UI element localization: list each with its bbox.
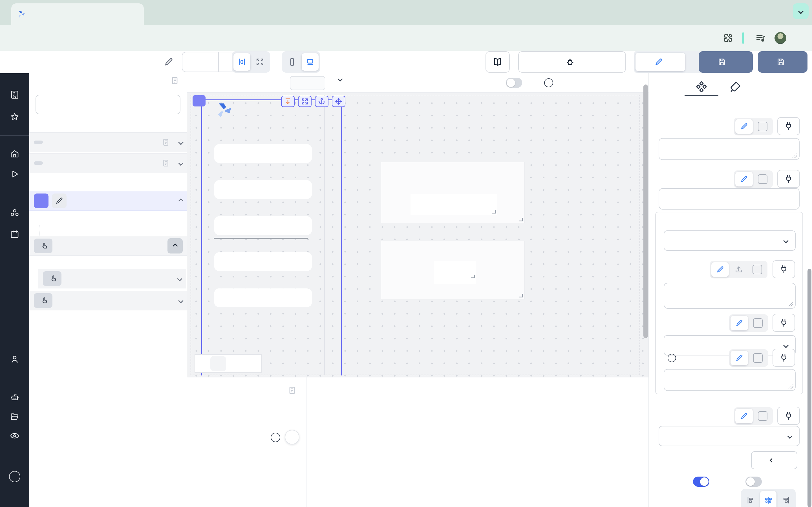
static-pencil-button[interactable] — [711, 262, 729, 277]
show-styling-button[interactable] — [751, 451, 797, 469]
fx-button[interactable] — [749, 351, 767, 365]
edit-app-name-pencil-icon[interactable] — [163, 57, 174, 67]
profile-avatar[interactable] — [774, 32, 786, 44]
connect-plug-button[interactable] — [772, 260, 795, 278]
connect-plug-button[interactable] — [777, 170, 800, 188]
tab-search-button[interactable] — [793, 3, 809, 19]
grid-outline — [191, 95, 640, 375]
docs-button[interactable] — [486, 51, 510, 73]
hash-container[interactable] — [381, 241, 524, 299]
media-playlist-icon[interactable] — [755, 33, 766, 44]
runs-play-icon[interactable] — [10, 170, 19, 179]
state-row[interactable] — [29, 153, 187, 173]
users-person-icon[interactable] — [10, 354, 19, 364]
use-logo-select[interactable] — [664, 230, 796, 251]
hand-pointer-icon — [41, 297, 49, 304]
collapse-button[interactable] — [167, 238, 183, 253]
upload-button[interactable] — [730, 262, 748, 277]
workers-robot-icon[interactable] — [10, 393, 19, 402]
fx-button[interactable] — [754, 172, 771, 186]
expand-component-button[interactable] — [298, 96, 312, 107]
fx-button[interactable] — [749, 262, 766, 277]
runnables-doc-icon[interactable] — [288, 386, 297, 395]
home-icon[interactable] — [10, 149, 19, 159]
canvas-scrollbar[interactable] — [644, 84, 648, 338]
border-color-input[interactable] — [659, 188, 800, 210]
component-row-container-d[interactable] — [29, 291, 187, 311]
nav-link-button[interactable] — [214, 288, 312, 307]
anchor-button[interactable] — [315, 96, 328, 107]
group-line — [36, 258, 44, 270]
fx-button[interactable] — [749, 316, 767, 330]
canvas-header — [187, 73, 649, 93]
app-canvas[interactable] — [187, 93, 649, 378]
resources-cubes-icon[interactable] — [10, 208, 19, 218]
static-pencil-button[interactable] — [730, 316, 748, 330]
move-button[interactable] — [332, 96, 345, 107]
hide-bar-toggle[interactable] — [506, 78, 522, 88]
desktop-view-button[interactable] — [302, 53, 319, 71]
static-pencil-button[interactable] — [735, 119, 753, 134]
ctx-row[interactable] — [29, 132, 187, 152]
nav-link-button[interactable] — [214, 144, 312, 163]
expand-down-button[interactable] — [281, 96, 295, 107]
source-input[interactable] — [664, 283, 796, 309]
workspace-icon[interactable] — [10, 90, 19, 100]
panel-scrollbar[interactable] — [808, 269, 811, 507]
component-row-navbar[interactable] — [29, 191, 187, 211]
draft-button[interactable] — [699, 51, 753, 73]
full-width-button[interactable] — [252, 53, 268, 71]
info-icon[interactable] — [544, 78, 553, 87]
browser-tab[interactable] — [11, 3, 144, 25]
extensions-puzzle-icon[interactable] — [722, 33, 733, 44]
full-height-desktop-toggle[interactable] — [693, 476, 709, 487]
static-pencil-button[interactable] — [735, 409, 753, 424]
app-toolbar — [0, 51, 812, 73]
centered-width-button[interactable] — [234, 53, 250, 71]
alt-text-input[interactable] — [664, 369, 796, 391]
static-pencil-button[interactable] — [730, 351, 748, 365]
nav-link-button[interactable] — [214, 252, 312, 271]
favorites-star-icon[interactable] — [10, 112, 19, 122]
selection-border-right — [341, 100, 342, 376]
fx-button[interactable] — [754, 119, 771, 134]
styling-tab-brush-icon[interactable] — [728, 80, 742, 94]
schedule-dropdown[interactable] — [334, 77, 342, 81]
static-pencil-button[interactable] — [735, 172, 753, 186]
component-id-tag[interactable] — [193, 95, 206, 107]
title-input[interactable] — [659, 138, 800, 160]
deploy-button[interactable] — [758, 51, 808, 73]
info-icon[interactable] — [271, 433, 280, 442]
mobile-view-button[interactable] — [284, 53, 301, 71]
device-segmented — [282, 51, 320, 73]
component-settings-tab-icon[interactable] — [695, 80, 708, 94]
nav-link-button[interactable] — [214, 216, 312, 235]
full-height-mobile-toggle[interactable] — [746, 476, 762, 487]
nav-link-button[interactable] — [214, 180, 312, 199]
align-center-button[interactable] — [760, 491, 776, 507]
refresh-count-button[interactable] — [290, 76, 325, 90]
connect-plug-button[interactable] — [772, 314, 795, 332]
connect-plug-button[interactable] — [777, 117, 800, 135]
schedules-calendar-icon[interactable] — [10, 230, 19, 239]
component-row-text-b[interactable] — [38, 269, 186, 288]
search-outputs-input[interactable] — [36, 95, 181, 114]
component-row-container-e[interactable] — [29, 236, 187, 256]
connect-plug-button[interactable] — [777, 407, 800, 425]
info-icon[interactable] — [668, 354, 676, 362]
query-params-container[interactable] — [381, 162, 524, 223]
align-left-button[interactable] — [743, 491, 759, 507]
align-right-button[interactable] — [777, 491, 794, 507]
debug-runs-button[interactable] — [518, 51, 626, 73]
connect-plug-button[interactable] — [772, 349, 795, 367]
add-background-runnable-button[interactable] — [285, 430, 299, 445]
folders-icon[interactable] — [10, 412, 19, 421]
zoom-in-button[interactable] — [210, 356, 226, 371]
audit-eye-icon[interactable] — [10, 431, 20, 441]
orientation-select[interactable] — [659, 426, 800, 446]
fx-button[interactable] — [754, 409, 771, 424]
outputs-doc-icon[interactable] — [170, 76, 179, 85]
editor-tab[interactable] — [636, 53, 685, 71]
edit-pencil-icon[interactable] — [52, 193, 66, 208]
help-icon[interactable] — [9, 471, 20, 482]
